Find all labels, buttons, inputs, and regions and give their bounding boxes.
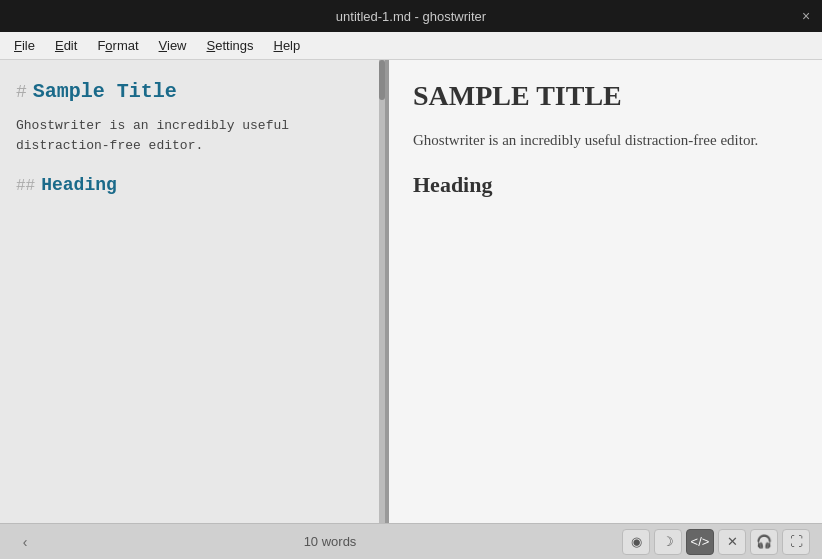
title-bar: untitled-1.md - ghostwriter × <box>0 0 822 32</box>
menu-file[interactable]: File <box>4 36 45 55</box>
hash2-symbol: ## <box>16 174 35 200</box>
editor-content: # Sample Title Ghostwriter is an incredi… <box>0 60 385 216</box>
scrollbar-thumb[interactable] <box>379 60 385 100</box>
editor-scrollbar[interactable] <box>379 60 385 523</box>
hash1-symbol: # <box>16 78 27 107</box>
content-area: # Sample Title Ghostwriter is an incredi… <box>0 60 822 523</box>
editor-pane[interactable]: # Sample Title Ghostwriter is an incredi… <box>0 60 389 523</box>
close-button[interactable]: × <box>798 8 814 24</box>
editor-heading2: ## Heading <box>16 171 369 200</box>
html-preview-button[interactable]: </> <box>686 529 714 555</box>
menu-format[interactable]: Format <box>87 36 148 55</box>
status-left: ‹ <box>12 529 38 555</box>
hemingway-mode-button[interactable]: 🎧 <box>750 529 778 555</box>
preview-title: SAMPLE TITLE <box>413 80 798 112</box>
menu-edit[interactable]: Edit <box>45 36 87 55</box>
night-mode-button[interactable]: ☽ <box>654 529 682 555</box>
status-right-buttons: ◉ ☽ </> ✕ 🎧 ⛶ <box>622 529 810 555</box>
source-mode-button[interactable]: ✕ <box>718 529 746 555</box>
editor-title-text: Sample Title <box>33 76 177 108</box>
status-bar: ‹ 10 words ◉ ☽ </> ✕ 🎧 ⛶ <box>0 523 822 559</box>
word-count: 10 words <box>304 534 357 549</box>
menu-view[interactable]: View <box>149 36 197 55</box>
scroll-left-button[interactable]: ‹ <box>12 529 38 555</box>
menu-help[interactable]: Help <box>264 36 311 55</box>
preview-heading: Heading <box>413 172 798 198</box>
focus-mode-button[interactable]: ◉ <box>622 529 650 555</box>
preview-body: Ghostwriter is an incredibly useful dist… <box>413 128 798 152</box>
menu-bar: File Edit Format View Settings Help <box>0 32 822 60</box>
editor-heading2-text: Heading <box>41 171 117 200</box>
editor-body-text: Ghostwriter is an incredibly usefuldistr… <box>16 116 369 155</box>
editor-heading1: # Sample Title <box>16 76 369 108</box>
window-title: untitled-1.md - ghostwriter <box>336 9 486 24</box>
menu-settings[interactable]: Settings <box>197 36 264 55</box>
fullscreen-button[interactable]: ⛶ <box>782 529 810 555</box>
preview-pane: SAMPLE TITLE Ghostwriter is an incredibl… <box>389 60 822 523</box>
